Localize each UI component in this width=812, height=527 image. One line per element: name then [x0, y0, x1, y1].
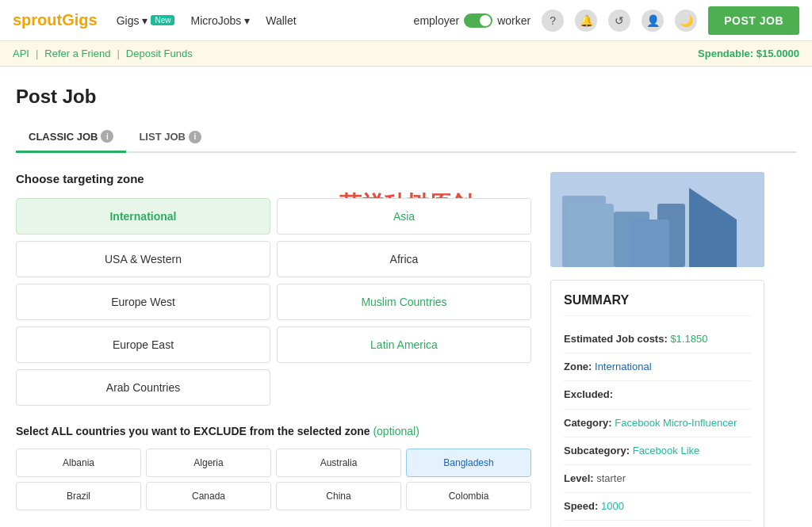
- summary-image: [550, 172, 764, 267]
- list-job-info-icon[interactable]: i: [189, 131, 201, 143]
- api-link[interactable]: API: [13, 48, 29, 59]
- user-avatar[interactable]: 👤: [642, 10, 664, 32]
- logo-green: sprout: [13, 11, 62, 29]
- summary-box: SUMMARY Estimated Job costs: $1.1850 Zon…: [550, 280, 764, 527]
- country-grid: Albania Algeria Australia Bangladesh Bra…: [16, 449, 531, 510]
- page-content: Post Job CLASSIC JOB i LIST JOB i Choose…: [0, 67, 812, 527]
- exclude-optional: (optional): [373, 425, 419, 437]
- right-panel: SUMMARY Estimated Job costs: $1.1850 Zon…: [550, 172, 764, 527]
- zone-btn-usa[interactable]: USA & Western: [16, 241, 270, 277]
- svg-rect-3: [657, 204, 685, 267]
- classic-job-info-icon[interactable]: i: [101, 130, 113, 143]
- summary-speed: 1000: [601, 500, 624, 512]
- summary-subcategory: Facebook Like: [633, 445, 700, 456]
- sub-nav-links: API | Refer a Friend | Deposit Funds: [13, 48, 193, 59]
- summary-row-2: Excluded:: [564, 381, 751, 409]
- summary-level: starter: [596, 472, 626, 484]
- history-icon[interactable]: ↺: [608, 10, 630, 32]
- country-albania[interactable]: Albania: [16, 449, 141, 477]
- zone-btn-asia[interactable]: Asia: [277, 198, 531, 235]
- gigs-dropdown-icon: ▾: [142, 14, 147, 27]
- summary-row-4: Subcategory: Facebook Like: [564, 437, 751, 465]
- summary-zone: International: [595, 361, 652, 372]
- spendable-value: $15.0000: [756, 48, 799, 59]
- summary-title: SUMMARY: [564, 293, 751, 316]
- help-icon[interactable]: ?: [542, 10, 564, 32]
- nav-links: Gigs ▾ New MicroJobs ▾ Wallet: [117, 14, 414, 27]
- dark-mode-icon[interactable]: 🌙: [675, 10, 697, 32]
- gigs-badge: New: [151, 15, 174, 25]
- country-canada[interactable]: Canada: [146, 482, 271, 510]
- post-job-button[interactable]: POST JOB: [708, 6, 799, 35]
- zone-grid: International Asia USA & Western Africa: [16, 198, 531, 406]
- tab-list-job[interactable]: LIST JOB i: [126, 124, 214, 151]
- microjobs-dropdown-icon: ▾: [244, 14, 250, 27]
- zone-section-title: Choose targeting zone: [16, 172, 531, 185]
- summary-row-3: Category: Facebook Micro-Influencer: [564, 410, 751, 437]
- main-layout: Choose targeting zone International Asia…: [16, 172, 796, 527]
- tab-classic-job[interactable]: CLASSIC JOB i: [16, 124, 126, 153]
- zone-btn-latin[interactable]: Latin America: [277, 327, 531, 363]
- nav-right: employer worker ? 🔔 ↺ 👤 🌙 POST JOB: [414, 6, 799, 35]
- refer-link[interactable]: Refer a Friend: [44, 48, 110, 59]
- zone-btn-international[interactable]: International: [16, 198, 270, 235]
- country-brazil[interactable]: Brazil: [16, 482, 141, 510]
- zone-btn-arab[interactable]: Arab Countries: [16, 369, 270, 406]
- top-nav: sproutGigs Gigs ▾ New MicroJobs ▾ Wallet…: [0, 0, 812, 41]
- svg-rect-1: [562, 196, 606, 267]
- country-australia[interactable]: Australia: [276, 449, 401, 477]
- zone-btn-muslim[interactable]: Muslim Countries: [277, 284, 531, 320]
- summary-row-5: Level: starter: [564, 465, 751, 493]
- tabs: CLASSIC JOB i LIST JOB i: [16, 124, 796, 153]
- employer-worker-toggle-wrap: employer worker: [414, 13, 531, 28]
- summary-row-6: Speed: 1000: [564, 493, 751, 521]
- sep1: |: [36, 48, 38, 59]
- country-colombia[interactable]: Colombia: [406, 482, 531, 510]
- employer-label: employer: [414, 14, 460, 27]
- nav-gigs[interactable]: Gigs ▾ New: [117, 14, 175, 27]
- nav-wallet[interactable]: Wallet: [266, 14, 296, 27]
- worker-label: worker: [497, 14, 530, 27]
- sep2: |: [117, 48, 119, 59]
- summary-row-1: Zone: International: [564, 353, 751, 381]
- zone-btn-europe-east[interactable]: Europe East: [16, 327, 270, 363]
- zone-btn-africa[interactable]: Africa: [277, 241, 531, 277]
- deposit-link[interactable]: Deposit Funds: [126, 48, 193, 59]
- summary-row-7: Workers needed: 25: [564, 521, 751, 527]
- logo-orange: Gigs: [62, 11, 97, 29]
- summary-job-cost: $1.1850: [670, 333, 707, 345]
- zone-btn-europe-west[interactable]: Europe West: [16, 284, 270, 320]
- summary-category: Facebook Micro-Influencer: [615, 417, 737, 429]
- svg-rect-2: [614, 212, 649, 267]
- bell-icon[interactable]: 🔔: [575, 10, 597, 32]
- logo[interactable]: sproutGigs: [13, 11, 98, 29]
- employer-worker-toggle[interactable]: [464, 13, 492, 28]
- left-panel: Choose targeting zone International Asia…: [16, 172, 531, 527]
- nav-microjobs[interactable]: MicroJobs ▾: [190, 14, 250, 27]
- summary-row-0: Estimated Job costs: $1.1850: [564, 326, 751, 353]
- country-algeria[interactable]: Algeria: [146, 449, 271, 477]
- country-china[interactable]: China: [276, 482, 401, 510]
- country-bangladesh[interactable]: Bangladesh: [406, 449, 531, 477]
- spendable-info: Spendable: $15.0000: [698, 48, 799, 59]
- exclude-title: Select ALL countries you want to EXCLUDE…: [16, 425, 531, 437]
- page-title: Post Job: [16, 86, 796, 108]
- sub-nav: API | Refer a Friend | Deposit Funds Spe…: [0, 41, 812, 67]
